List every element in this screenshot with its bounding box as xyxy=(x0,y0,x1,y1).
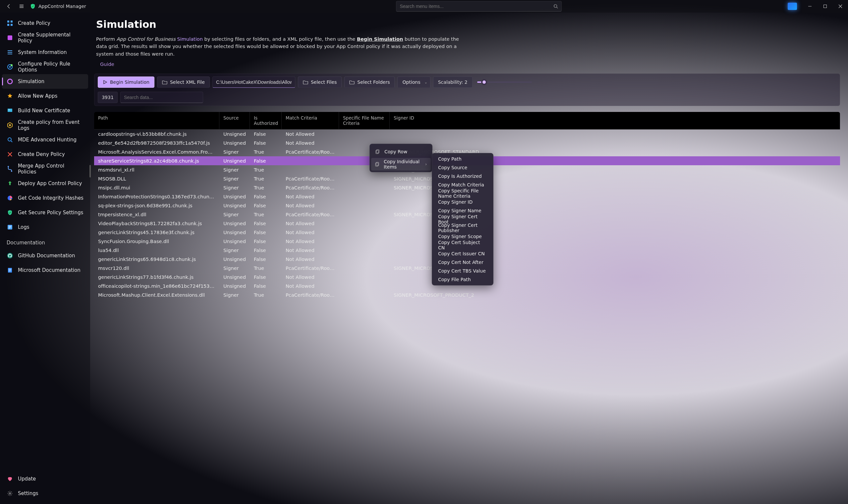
sidebar-item-simulation[interactable]: Simulation xyxy=(2,74,88,89)
ctx-copy-row[interactable]: Copy Row xyxy=(371,145,431,158)
minimize-button[interactable] xyxy=(802,0,817,13)
ctx-sub-copy-cert-not-after[interactable]: Copy Cert Not After xyxy=(433,258,492,267)
svg-point-30 xyxy=(9,493,11,494)
cell-source: Signer xyxy=(219,176,250,181)
sidebar-item-build-new-certificate[interactable]: Build New Certificate xyxy=(2,103,88,118)
sidebar-item-label: Create Supplemental Policy xyxy=(18,32,84,44)
begin-simulation-button[interactable]: Begin Simulation xyxy=(98,76,154,88)
ctx-sub-copy-is-authorized[interactable]: Copy Is Authorized xyxy=(433,172,492,180)
svg-point-12 xyxy=(11,64,13,66)
svg-rect-3 xyxy=(11,20,13,22)
ctx-sub-copy-file-path[interactable]: Copy File Path xyxy=(433,275,492,284)
select-xml-button[interactable]: Select XML File xyxy=(157,76,210,88)
sidebar-item-label: Get Secure Policy Settings xyxy=(18,210,83,216)
search-data-input[interactable] xyxy=(120,92,203,103)
sidebar-item-logs[interactable]: Logs xyxy=(2,220,88,234)
toolbar: Begin Simulation Select XML File Select … xyxy=(94,73,840,106)
deploy-icon xyxy=(6,180,13,187)
gear-badge-icon xyxy=(6,64,13,70)
sidebar-item-github-documentation[interactable]: GitHub Documentation xyxy=(2,248,88,263)
x-icon xyxy=(6,151,13,158)
svg-point-19 xyxy=(11,170,12,172)
begin-simulation-link[interactable]: Begin Simulation xyxy=(357,36,403,42)
copilot-icon[interactable] xyxy=(786,0,799,13)
app-title: AppControl Manager xyxy=(38,4,86,9)
cell-path: shareServiceStrings82.a2c4db08.chunk.js xyxy=(94,158,219,164)
cell-source: Unsigned xyxy=(219,257,250,262)
sidebar-item-label: GitHub Documentation xyxy=(18,253,75,259)
close-button[interactable] xyxy=(833,0,848,13)
sidebar-item-get-secure-policy-settings[interactable]: Get Secure Policy Settings xyxy=(2,205,88,220)
sidebar-item-configure-policy-rule-options[interactable]: Configure Policy Rule Options xyxy=(2,60,88,74)
ctx-sub-copy-cert-issuer-cn[interactable]: Copy Cert Issuer CN xyxy=(433,249,492,258)
slider-thumb[interactable] xyxy=(481,79,487,85)
table-row[interactable]: editor_6e542d2fb9872508f29833ffc1a5470f.… xyxy=(94,139,840,147)
doc-icon xyxy=(6,267,13,273)
sidebar-item-mde-advanced-hunting[interactable]: MDE Advanced Hunting xyxy=(2,132,88,147)
ctx-sub-copy-cert-subject-cn[interactable]: Copy Cert Subject CN xyxy=(433,241,492,249)
sidebar-item-merge-app-control-policies[interactable]: Merge App Control Policies xyxy=(2,162,88,176)
cell-path: msvcr120.dll xyxy=(94,266,219,271)
cell-match: Not Allowed xyxy=(282,203,339,208)
col-header-signer[interactable]: Signer ID xyxy=(390,112,840,129)
col-header-auth[interactable]: Is Authorized xyxy=(250,112,282,129)
sidebar-item-get-code-integrity-hashes[interactable]: Get Code Integrity Hashes xyxy=(2,191,88,205)
hamburger-button[interactable] xyxy=(15,0,28,13)
cell-path: msmdsrvi_xl.rll xyxy=(94,167,219,173)
menu-search[interactable] xyxy=(396,1,562,12)
col-header-spec[interactable]: Specific File Name Criteria xyxy=(339,112,390,129)
cell-auth: False xyxy=(250,284,282,289)
cell-path: genericLinkStrings65.6948d1c8.chunk.js xyxy=(94,257,219,262)
ctx-sub-copy-specific-file-name-criteria[interactable]: Copy Specific File Name Criteria xyxy=(433,189,492,198)
ctx-sub-copy-signer-id[interactable]: Copy Signer ID xyxy=(433,198,492,206)
cell-source: Signer xyxy=(219,248,250,253)
sidebar-item-system-information[interactable]: System Information xyxy=(2,45,88,60)
svg-point-0 xyxy=(554,5,557,7)
select-folders-button[interactable]: Select Folders xyxy=(344,76,395,88)
gear-icon xyxy=(6,490,13,497)
cell-match: PcaCertificate/RootCertificate xyxy=(282,185,339,191)
ctx-sub-copy-signer-cert-publisher[interactable]: Copy Signer Cert Publisher xyxy=(433,223,492,232)
search-icon xyxy=(553,4,558,8)
menu-search-input[interactable] xyxy=(400,4,553,9)
cell-auth: True xyxy=(250,212,282,217)
sidebar-item-create-deny-policy[interactable]: Create Deny Policy xyxy=(2,147,88,162)
cell-source: Unsigned xyxy=(219,203,250,208)
maximize-button[interactable] xyxy=(817,0,833,13)
sidebar-item-update[interactable]: Update xyxy=(2,471,88,486)
sidebar-item-deploy-app-control-policy[interactable]: Deploy App Control Policy xyxy=(2,176,88,191)
cell-match: Not Allowed xyxy=(282,248,339,253)
square-icon xyxy=(6,34,13,41)
col-header-source[interactable]: Source xyxy=(219,112,250,129)
sidebar-item-allow-new-apps[interactable]: Allow New Apps xyxy=(2,89,88,103)
ctx-sub-copy-path[interactable]: Copy Path xyxy=(433,155,492,163)
sidebar-item-settings[interactable]: Settings xyxy=(2,486,88,501)
xml-path-input[interactable] xyxy=(212,76,295,88)
cell-source: Signer xyxy=(219,149,250,155)
sidebar-item-create-supplemental-policy[interactable]: Create Supplemental Policy xyxy=(2,31,88,45)
table-row[interactable]: Microsoft.Mashup.Client.Excel.Extensions… xyxy=(94,290,840,299)
sidebar-item-microsoft-documentation[interactable]: Microsoft Documentation xyxy=(2,263,88,277)
col-header-path[interactable]: Path xyxy=(94,112,219,129)
col-header-match[interactable]: Match Criteria xyxy=(282,112,339,129)
simulation-link[interactable]: Simulation xyxy=(177,36,203,42)
ctx-sub-copy-source[interactable]: Copy Source xyxy=(433,163,492,172)
cell-path: Microsoft.Mashup.Client.Excel.Extensions… xyxy=(94,292,219,298)
sidebar: Create PolicyCreate Supplemental PolicyS… xyxy=(0,13,90,504)
copy-icon xyxy=(375,162,380,166)
ctx-copy-individual[interactable]: Copy Individual Items › xyxy=(371,158,431,170)
sidebar-item-label: Simulation xyxy=(18,78,45,85)
back-button[interactable] xyxy=(3,0,15,13)
svg-rect-22 xyxy=(8,226,11,227)
cell-source: Signer xyxy=(219,167,250,173)
guide-link[interactable]: Guide xyxy=(100,61,840,67)
sidebar-item-create-policy-from-event-logs[interactable]: Create policy from Event Logs xyxy=(2,118,88,132)
sidebar-item-create-policy[interactable]: Create Policy xyxy=(2,16,88,31)
sidebar-item-label: Configure Policy Rule Options xyxy=(18,61,84,73)
table-row[interactable]: cardloopstrings-vi.b53bb8bf.chunk.jsUnsi… xyxy=(94,129,840,139)
ctx-sub-copy-cert-tbs-value[interactable]: Copy Cert TBS Value xyxy=(433,267,492,275)
scalability-slider[interactable] xyxy=(477,82,532,83)
options-dropdown[interactable]: Options ⌄ xyxy=(397,76,430,88)
cell-source: Signer xyxy=(219,266,250,271)
select-files-button[interactable]: Select Files xyxy=(298,76,342,88)
